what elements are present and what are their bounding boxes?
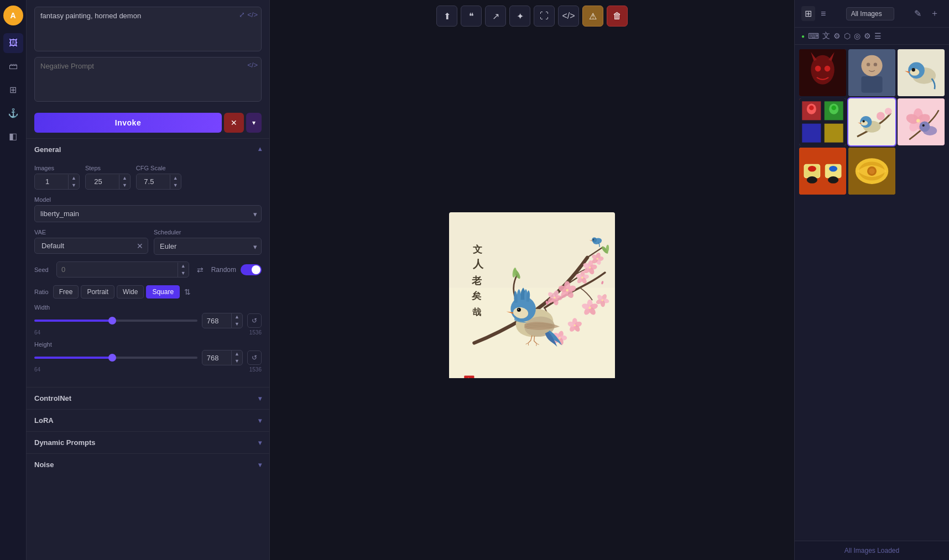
gallery-tab[interactable]: ⊞ (801, 6, 815, 21)
gallery-item-sushi[interactable] (799, 148, 846, 195)
svg-point-49 (573, 325, 576, 327)
height-input[interactable] (202, 351, 231, 365)
ratio-square[interactable]: Square (146, 285, 180, 299)
gallery-item-bird-pink[interactable] (898, 98, 945, 145)
general-accordion-header[interactable]: General ▾ (27, 139, 269, 160)
steps-group: Steps ▲ ▼ (85, 165, 131, 190)
translate-icon[interactable]: 文 (822, 31, 830, 41)
ratio-portrait[interactable]: Portrait (81, 285, 114, 299)
sidebar-item-layers[interactable]: ◧ (3, 126, 23, 146)
images-input[interactable] (35, 174, 68, 189)
seed-up[interactable]: ▲ (178, 263, 189, 270)
random-toggle[interactable] (241, 264, 262, 275)
delete-button[interactable]: 🗑 (607, 6, 628, 27)
seed-shuffle-button[interactable]: ⇄ (194, 263, 207, 276)
noise-chevron: ▾ (258, 461, 262, 469)
dynamic-prompts-header[interactable]: Dynamic Prompts ▾ (27, 432, 269, 453)
width-down[interactable]: ▼ (232, 321, 242, 328)
images-down[interactable]: ▼ (69, 182, 79, 189)
right-panel-tabs: ⊞ ≡ (801, 6, 829, 21)
warning-button[interactable]: ⚠ (582, 6, 603, 27)
lora-chevron: ▾ (258, 417, 262, 425)
height-spinners: ▲ ▼ (231, 350, 242, 365)
random-label: Random (211, 266, 236, 274)
cfg-down[interactable]: ▼ (170, 182, 181, 189)
height-down[interactable]: ▼ (232, 358, 242, 365)
width-slider[interactable] (34, 320, 197, 322)
sidebar-item-models[interactable]: ⚓ (3, 103, 23, 123)
ratio-swap-button[interactable]: ⇅ (182, 286, 193, 297)
gallery-item-bird-top-right[interactable] (898, 49, 945, 96)
invoke-button[interactable]: Invoke (34, 113, 222, 133)
noise-title: Noise (34, 460, 54, 469)
expand-prompt-icon[interactable]: ⤢ (239, 11, 245, 19)
gallery-item-stained-glass[interactable] (799, 98, 846, 145)
stop-button[interactable]: ✕ (224, 113, 244, 133)
steps-up[interactable]: ▲ (119, 175, 130, 182)
ratio-wide[interactable]: Wide (117, 285, 144, 299)
sidebar-item-nodes[interactable]: ⊞ (3, 80, 23, 100)
height-up[interactable]: ▲ (232, 350, 242, 358)
main-content: ⬆ ❝ ↗ ✦ ⛶ </> ⚠ 🗑 (270, 0, 794, 560)
edit-button[interactable]: ✎ (911, 6, 925, 22)
sidebar-item-gallery[interactable]: 🗃 (3, 56, 23, 76)
gallery-item-bird-selected[interactable] (848, 98, 895, 145)
cfg-up[interactable]: ▲ (170, 175, 181, 182)
prompt-section: ⤢ </> </> (27, 0, 269, 107)
noise-header[interactable]: Noise ▾ (27, 454, 269, 475)
width-input[interactable] (202, 314, 231, 328)
star-button[interactable]: ✦ (509, 6, 530, 27)
invoke-dropdown[interactable]: ▾ (246, 113, 262, 133)
gallery-filter-select[interactable]: All Images (846, 7, 894, 20)
lora-header[interactable]: LoRA ▾ (27, 410, 269, 431)
expand-button[interactable]: ⛶ (534, 6, 555, 27)
discord-icon[interactable]: ◎ (854, 32, 861, 40)
menu-icon[interactable]: ☰ (874, 32, 882, 40)
height-reset-button[interactable]: ↺ (247, 350, 262, 365)
negative-prompt-input[interactable] (40, 62, 255, 95)
controlnet-header[interactable]: ControlNet ▾ (27, 388, 269, 409)
gallery-thumb-stained (799, 98, 846, 145)
gallery-item-demon[interactable] (799, 49, 846, 96)
share-button[interactable]: ⬆ (436, 6, 457, 27)
svg-point-80 (593, 239, 593, 240)
height-slider[interactable] (34, 357, 197, 359)
list-tab[interactable]: ≡ (817, 6, 829, 21)
gallery-thumb-gold (848, 148, 895, 195)
add-button[interactable]: ＋ (927, 6, 942, 22)
code-button[interactable]: </> (558, 6, 579, 27)
svg-point-127 (807, 176, 817, 184)
images-up[interactable]: ▲ (69, 175, 79, 182)
settings2-icon[interactable]: ⚙ (833, 32, 841, 40)
controlnet-accordion: ControlNet ▾ (27, 387, 269, 409)
keyboard-icon[interactable]: ⌨ (808, 32, 819, 40)
positive-prompt-input[interactable] (40, 12, 255, 45)
quote-button[interactable]: ❝ (461, 6, 482, 27)
gallery-item-gold[interactable] (848, 148, 895, 195)
steps-down[interactable]: ▼ (119, 182, 130, 189)
gallery-item-man[interactable] (848, 49, 895, 96)
sidebar-logo[interactable]: A (3, 6, 23, 25)
seed-down[interactable]: ▼ (178, 270, 189, 277)
code-prompt-icon[interactable]: </> (247, 11, 258, 19)
width-up[interactable]: ▲ (232, 313, 242, 321)
svg-point-55 (559, 337, 561, 339)
steps-input[interactable] (86, 174, 119, 189)
send-button[interactable]: ↗ (485, 6, 506, 27)
gear-icon[interactable]: ⚙ (864, 32, 871, 40)
sidebar-item-generate[interactable]: 🖼 (3, 33, 23, 53)
model-select[interactable]: liberty_main (34, 205, 262, 222)
svg-point-25 (581, 276, 583, 279)
cfg-input[interactable] (137, 174, 170, 189)
width-reset-button[interactable]: ↺ (247, 313, 262, 328)
github-icon[interactable]: ⬡ (844, 32, 851, 40)
vae-clear-button[interactable]: ✕ (137, 242, 143, 250)
seed-input[interactable] (57, 262, 178, 277)
scheduler-select[interactable]: Euler (154, 238, 262, 255)
vae-input[interactable] (39, 238, 137, 253)
ratio-free[interactable]: Free (53, 285, 79, 299)
scheduler-group: Scheduler Euler (154, 229, 262, 255)
gallery-thumb-pink (898, 98, 945, 145)
sidebar: A 🖼 🗃 ⊞ ⚓ ◧ (0, 0, 27, 560)
code-negative-icon[interactable]: </> (247, 61, 258, 69)
